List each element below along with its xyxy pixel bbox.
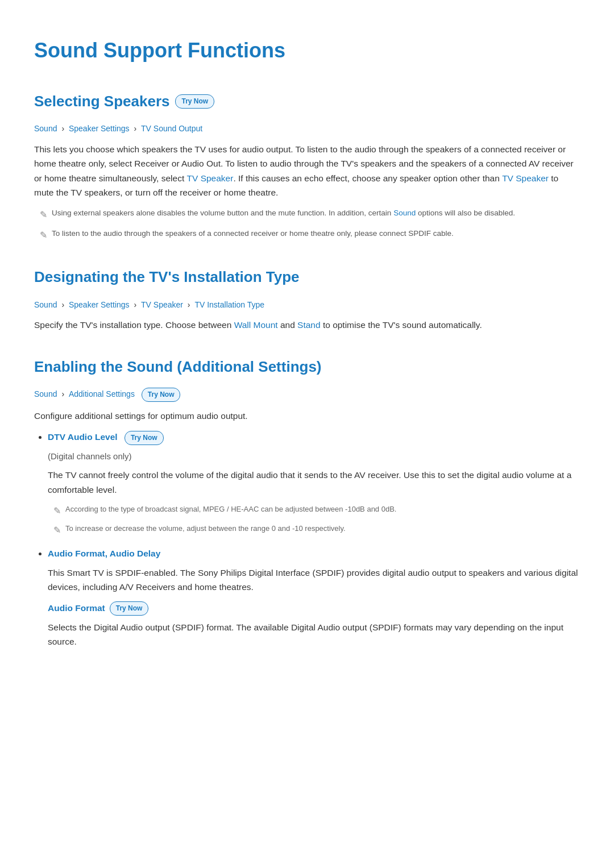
breadcrumb-item[interactable]: TV Sound Output: [141, 124, 202, 133]
section-title-additional-settings: Enabling the Sound (Additional Settings): [34, 355, 580, 379]
sub-note-text: According to the type of broadcast signa…: [65, 504, 396, 515]
breadcrumb-item[interactable]: Additional Settings: [69, 389, 135, 398]
breadcrumb-separator: ›: [134, 300, 139, 309]
breadcrumb-item[interactable]: Sound: [34, 389, 57, 398]
breadcrumb-selecting-speakers: Sound › Speaker Settings › TV Sound Outp…: [34, 122, 580, 135]
note-text: To listen to the audio through the speak…: [52, 227, 454, 240]
note-icon: ✎: [53, 504, 61, 518]
tv-speaker-link-1[interactable]: TV Speaker: [187, 173, 234, 183]
try-now-badge-dtv-audio-level[interactable]: Try Now: [125, 431, 164, 445]
additional-settings-body: Configure additional settings for optimu…: [34, 409, 580, 423]
breadcrumb-designating: Sound › Speaker Settings › TV Speaker › …: [34, 298, 580, 311]
breadcrumb-additional-settings: Sound › Additional Settings Try Now: [34, 388, 580, 402]
selecting-speakers-body: This lets you choose which speakers the …: [34, 142, 580, 200]
audio-format-delay-content: This Smart TV is SPDIF-enabled. The Sony…: [48, 566, 580, 649]
designating-body: Specify the TV's installation type. Choo…: [34, 318, 580, 333]
try-now-badge-audio-format[interactable]: Try Now: [110, 601, 149, 616]
tv-speaker-link-2[interactable]: TV Speaker: [502, 173, 549, 183]
dtv-audio-level-body: The TV cannot freely control the volume …: [48, 468, 580, 497]
note-item: ✎ Using external speakers alone disables…: [40, 207, 580, 222]
note-icon: ✎: [40, 228, 47, 243]
sound-link[interactable]: Sound: [393, 209, 416, 217]
dtv-audio-level-title[interactable]: DTV Audio Level: [48, 432, 118, 442]
audio-format-delay-body: This Smart TV is SPDIF-enabled. The Sony…: [48, 566, 580, 595]
sub-note-text: To increase or decrease the volume, adju…: [65, 523, 346, 534]
section-title-selecting-speakers: Selecting Speakers Try Now: [34, 90, 580, 114]
try-now-badge-selecting-speakers[interactable]: Try Now: [175, 94, 214, 109]
section-heading-text: Designating the TV's Installation Type: [34, 265, 300, 289]
dtv-audio-notes: ✎ According to the type of broadcast sig…: [53, 504, 580, 538]
page-title: Sound Support Functions: [34, 23, 580, 67]
breadcrumb-item[interactable]: Speaker Settings: [69, 124, 130, 133]
dtv-audio-level-content: (Digital channels only) The TV cannot fr…: [48, 450, 580, 538]
section-title-designating: Designating the TV's Installation Type: [34, 265, 580, 289]
section-heading-text: Selecting Speakers: [34, 90, 169, 114]
stand-link[interactable]: Stand: [297, 320, 321, 330]
breadcrumb-item[interactable]: TV Speaker: [141, 300, 183, 309]
audio-format-body: Selects the Digital Audio output (SPDIF)…: [48, 620, 580, 649]
note-icon: ✎: [40, 207, 47, 222]
breadcrumb-separator: ›: [188, 300, 193, 309]
audio-format-label[interactable]: Audio Format: [48, 601, 105, 616]
section-heading-text: Enabling the Sound (Additional Settings): [34, 355, 322, 379]
sub-note-item: ✎ According to the type of broadcast sig…: [53, 504, 580, 518]
breadcrumb-item[interactable]: Speaker Settings: [69, 300, 130, 309]
breadcrumb-separator: ›: [61, 389, 67, 398]
breadcrumb-separator: ›: [61, 124, 67, 133]
note-text: Using external speakers alone disables t…: [52, 207, 515, 219]
sub-note-item: ✎ To increase or decrease the volume, ad…: [53, 523, 580, 538]
breadcrumb-separator: ›: [134, 124, 139, 133]
breadcrumb-separator: ›: [61, 300, 67, 309]
digital-only-label: (Digital channels only): [48, 450, 580, 463]
audio-format-subheading: Audio Format Try Now: [48, 601, 580, 616]
audio-format-delay-title[interactable]: Audio Format, Audio Delay: [48, 549, 160, 558]
breadcrumb-item[interactable]: Sound: [34, 300, 57, 309]
additional-settings-bullet-list: DTV Audio Level Try Now (Digital channel…: [34, 430, 580, 649]
selecting-speakers-notes: ✎ Using external speakers alone disables…: [40, 207, 580, 243]
note-icon: ✎: [53, 524, 61, 538]
breadcrumb-item[interactable]: Sound: [34, 124, 57, 133]
breadcrumb-item[interactable]: TV Installation Type: [194, 300, 264, 309]
bullet-item-dtv-audio-level: DTV Audio Level Try Now (Digital channel…: [48, 430, 580, 538]
wall-mount-link[interactable]: Wall Mount: [234, 320, 278, 330]
note-item: ✎ To listen to the audio through the spe…: [40, 227, 580, 243]
try-now-badge-additional-settings[interactable]: Try Now: [142, 388, 181, 402]
bullet-item-audio-format-delay: Audio Format, Audio Delay This Smart TV …: [48, 547, 580, 649]
